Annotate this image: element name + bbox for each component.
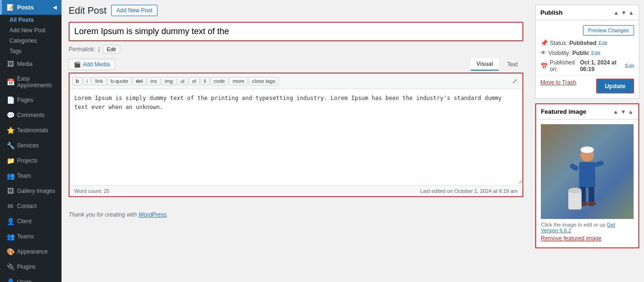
main-content: Edit Post Add New Post Permalink: | Edit… bbox=[62, 0, 530, 282]
fmt-ins[interactable]: ins bbox=[147, 77, 160, 85]
edit-permalink-button[interactable]: Edit bbox=[103, 45, 120, 54]
right-sidebar: Publish ▲ ▼ ▲ Preview Changes 📌 Status: … bbox=[530, 0, 644, 282]
fi-close-icon[interactable]: ▲ bbox=[628, 109, 634, 115]
status-row: 📌 Status: Published Edit bbox=[540, 39, 634, 46]
sidebar-item-client[interactable]: 👤 Client bbox=[0, 214, 62, 229]
svg-point-8 bbox=[587, 201, 596, 206]
sidebar-item-categories[interactable]: Categories bbox=[0, 36, 62, 46]
featured-image-thumbnail[interactable] bbox=[541, 124, 634, 219]
publish-metabox: Publish ▲ ▼ ▲ Preview Changes 📌 Status: … bbox=[535, 5, 639, 99]
sidebar-item-users[interactable]: 👤 Users bbox=[0, 274, 62, 282]
posts-icon: 📝 bbox=[7, 4, 14, 11]
fmt-close-tags[interactable]: close tags bbox=[248, 77, 279, 85]
sidebar-comments-label: Comments bbox=[17, 112, 44, 118]
sidebar-appointments-label: Easy Appointments bbox=[17, 75, 57, 89]
status-edit-link[interactable]: Edit bbox=[599, 40, 608, 46]
sidebar-item-teams[interactable]: 👥 Teams bbox=[0, 229, 62, 244]
fi-collapse-down-icon[interactable]: ▼ bbox=[620, 109, 626, 115]
sidebar-appearance-label: Appearance bbox=[17, 248, 48, 255]
sidebar-item-media[interactable]: 🖼 Media bbox=[0, 56, 62, 72]
projects-icon: 📁 bbox=[7, 157, 14, 164]
remove-featured-image-link[interactable]: Remove featured image bbox=[541, 234, 634, 243]
wordpress-link[interactable]: WordPress bbox=[138, 211, 166, 218]
status-value: Published bbox=[569, 40, 596, 46]
publish-title: Publish bbox=[540, 9, 563, 16]
move-to-trash-link[interactable]: Move to Trash bbox=[540, 79, 576, 86]
sidebar-item-tags[interactable]: Tags bbox=[0, 46, 62, 56]
fmt-ol[interactable]: ol bbox=[189, 77, 200, 85]
published-value: Oct 1, 2024 at 06:19 bbox=[580, 59, 623, 73]
sidebar-users-label: Users bbox=[17, 279, 32, 282]
sidebar-item-easy-appointments[interactable]: 📅 Easy Appointments bbox=[0, 72, 62, 92]
fmt-link[interactable]: link bbox=[92, 77, 106, 85]
update-button[interactable]: Update bbox=[596, 79, 634, 93]
fmt-code[interactable]: code bbox=[211, 77, 229, 85]
teams-icon: 👥 bbox=[7, 233, 14, 240]
collapse-down-icon[interactable]: ▼ bbox=[621, 9, 626, 16]
published-label: Published on: bbox=[550, 59, 578, 73]
plumber-svg bbox=[566, 129, 609, 214]
page-title: Edit Post bbox=[69, 5, 106, 16]
sidebar-item-gallery-images[interactable]: 🖼 Gallery Images bbox=[0, 183, 62, 199]
featured-image-header-icons: ▲ ▼ ▲ bbox=[613, 109, 634, 115]
fmt-del[interactable]: del bbox=[132, 77, 146, 85]
sidebar-item-testimonials[interactable]: ⭐ Testimonials bbox=[0, 123, 62, 138]
editor-textarea[interactable] bbox=[70, 89, 522, 184]
sidebar-posts-top[interactable]: 📝 Posts ◀ bbox=[0, 0, 62, 15]
visibility-edit-link[interactable]: Edit bbox=[591, 50, 600, 56]
sidebar-item-appearance[interactable]: 🎨 Appearance bbox=[0, 244, 62, 259]
appointments-icon: 📅 bbox=[7, 78, 14, 86]
add-media-button[interactable]: 🎬 Add Media bbox=[69, 59, 115, 70]
close-metabox-icon[interactable]: ▲ bbox=[628, 9, 634, 16]
status-label: Status: bbox=[550, 40, 567, 46]
wp-credit: Thank you for creating with WordPress. bbox=[69, 211, 523, 218]
sidebar-item-team[interactable]: 👥 Team bbox=[0, 168, 62, 183]
users-icon: 👤 bbox=[7, 278, 14, 282]
sidebar-item-projects[interactable]: 📁 Projects bbox=[0, 153, 62, 168]
sidebar-item-contact[interactable]: ✉ Contact bbox=[0, 199, 62, 214]
publish-metabox-header: Publish ▲ ▼ ▲ bbox=[536, 5, 639, 20]
fmt-italic[interactable]: i bbox=[83, 77, 91, 85]
sidebar-item-plugins[interactable]: 🔌 Plugins bbox=[0, 259, 62, 274]
preview-changes-button[interactable]: Preview Changes bbox=[583, 25, 634, 36]
sidebar-item-pages[interactable]: 📄 Pages bbox=[0, 92, 62, 108]
fmt-ul[interactable]: ul bbox=[177, 77, 188, 85]
fmt-li[interactable]: li bbox=[201, 77, 210, 85]
published-edit-link[interactable]: Edit bbox=[625, 63, 634, 69]
fmt-more[interactable]: more bbox=[229, 77, 247, 85]
fi-collapse-up-icon[interactable]: ▲ bbox=[613, 109, 618, 115]
fmt-bold[interactable]: b bbox=[72, 77, 82, 85]
sidebar-item-services[interactable]: 🔧 Services bbox=[0, 138, 62, 153]
sidebar-client-label: Client bbox=[17, 218, 32, 225]
featured-image-header: Featured image ▲ ▼ ▲ bbox=[536, 104, 638, 119]
fmt-bquote[interactable]: b-quote bbox=[107, 77, 132, 85]
last-edited: Last edited on October 1, 2024 at 6:19 a… bbox=[420, 188, 518, 194]
post-title-input[interactable] bbox=[69, 22, 523, 41]
word-count-area: Word count: 25 bbox=[74, 188, 109, 194]
wp-credit-text: Thank you for creating with bbox=[69, 211, 137, 218]
permalink-bar: Permalink: | Edit bbox=[69, 45, 523, 54]
format-buttons-bar: b i link b-quote del ins img ul ol li co… bbox=[70, 73, 522, 89]
media-icon: 🖼 bbox=[7, 60, 14, 68]
visual-tab[interactable]: Visual bbox=[471, 58, 499, 71]
add-new-post-button[interactable]: Add New Post bbox=[111, 5, 158, 16]
status-icon: 📌 bbox=[540, 39, 548, 46]
sidebar-item-add-new-post[interactable]: Add New Post bbox=[0, 25, 62, 36]
sidebar-projects-label: Projects bbox=[17, 157, 37, 164]
add-media-label: Add Media bbox=[83, 61, 110, 68]
gallery-icon: 🖼 bbox=[7, 187, 14, 195]
page-header: Edit Post Add New Post bbox=[69, 5, 523, 16]
collapse-up-icon[interactable]: ▲ bbox=[613, 9, 619, 16]
sidebar-item-all-posts[interactable]: All Posts bbox=[0, 15, 62, 25]
client-icon: 👤 bbox=[7, 218, 14, 225]
fmt-img[interactable]: img bbox=[161, 77, 176, 85]
text-tab[interactable]: Text bbox=[502, 59, 523, 70]
visibility-icon: 👁 bbox=[540, 49, 547, 56]
sidebar-contact-label: Contact bbox=[17, 203, 36, 209]
published-row: 📅 Published on: Oct 1, 2024 at 06:19 Edi… bbox=[540, 59, 634, 73]
permalink-value: | bbox=[98, 46, 100, 53]
sidebar-item-comments[interactable]: 💬 Comments bbox=[0, 108, 62, 123]
svg-rect-6 bbox=[589, 187, 594, 203]
appearance-icon: 🎨 bbox=[7, 248, 14, 255]
editor-expand-icon[interactable]: ⤢ bbox=[510, 75, 520, 87]
